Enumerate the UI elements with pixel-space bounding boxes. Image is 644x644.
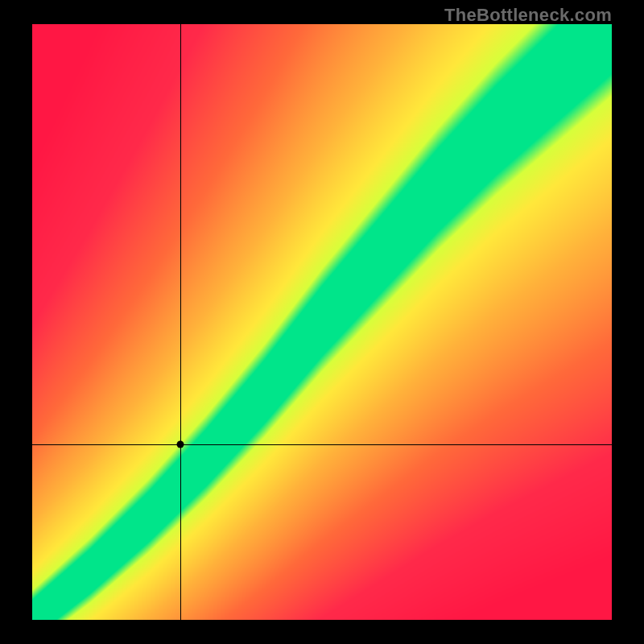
- watermark-text: TheBottleneck.com: [444, 5, 612, 26]
- heatmap-plot: [32, 24, 612, 620]
- crosshair-vertical: [180, 24, 181, 620]
- crosshair-horizontal: [32, 444, 612, 445]
- heatmap-canvas: [32, 24, 612, 620]
- crosshair-marker-dot: [176, 440, 184, 448]
- chart-frame: TheBottleneck.com: [0, 0, 644, 644]
